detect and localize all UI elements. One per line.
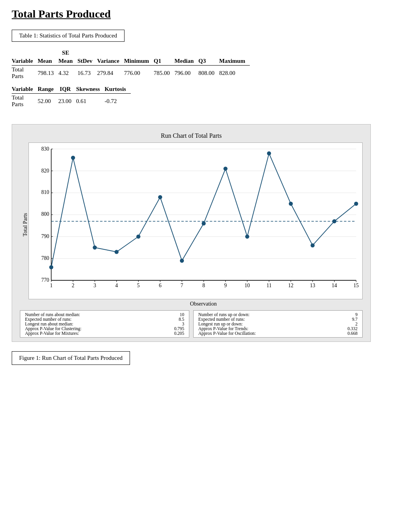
stat-label: Approx P-Value for Oscillation: [197, 331, 330, 336]
stat-row: Longest run up or down: 2 [197, 322, 359, 326]
svg-text:12: 12 [288, 283, 294, 288]
cell-q3: 808.00 [198, 66, 219, 81]
data-point-9 [223, 167, 227, 171]
x-axis-label: Observation [44, 301, 363, 307]
stat-value: 0.332 [330, 326, 359, 331]
stat-row: Longest run about median: 3 [23, 322, 186, 326]
col-header-q12: Q1 [154, 57, 174, 66]
col2-header-variable: Variable [12, 85, 37, 94]
stat-value: 2 [330, 322, 359, 326]
svg-text:790: 790 [41, 233, 49, 239]
statistics-table-2: Variable Range IQR Skewness Kurtosis Tot… [12, 85, 131, 108]
svg-text:8: 8 [202, 283, 205, 288]
stat-value: 0.668 [330, 331, 359, 336]
cell-stdev: 16.73 [77, 66, 97, 81]
svg-text:7: 7 [181, 283, 183, 288]
svg-text:10: 10 [245, 283, 250, 288]
stat-row: Approx P-Value for Mixtures: 0.205 [23, 331, 186, 336]
svg-text:5: 5 [137, 283, 140, 288]
data-point-15 [354, 202, 358, 206]
col2-header-skewness: Skewness [76, 85, 105, 94]
stat-row: Approx P-Value for Clustering: 0.795 [23, 326, 186, 331]
chart-svg: 830 820 810 800 790 780 770 [29, 143, 362, 299]
svg-text:4: 4 [115, 283, 118, 288]
col2-header-iqr: IQR [58, 85, 76, 94]
stat-label: Approx P-Value for Trends: [197, 326, 330, 331]
svg-text:2: 2 [72, 283, 75, 288]
stat-row: Number of runs about median: 10 [23, 312, 186, 317]
col-header-stdev [77, 49, 97, 57]
svg-text:9: 9 [224, 283, 227, 288]
col-header-median2: Median [174, 57, 198, 66]
stat-label: Number of runs up or down: [197, 312, 330, 317]
svg-text:11: 11 [267, 283, 272, 288]
data-point-2 [71, 156, 75, 160]
stat-value: 3 [156, 322, 186, 326]
data-point-5 [136, 235, 140, 239]
col-header-se: SE [59, 49, 78, 57]
stat-row: Approx P-Value for Trends: 0.332 [197, 326, 359, 331]
data-point-8 [202, 221, 206, 226]
stat-row: Approx P-Value for Oscillation: 0.668 [197, 331, 359, 336]
cell-mean: 798.13 [37, 66, 58, 81]
cell-semean: 4.32 [59, 66, 78, 81]
stat-value: 0.795 [156, 326, 186, 331]
col-header-semean2: Mean [59, 57, 78, 66]
cell-median: 796.00 [174, 66, 198, 81]
col-header-q3 [198, 49, 219, 57]
cell-maximum: 828.00 [219, 66, 250, 81]
data-point-10 [245, 235, 249, 239]
stat-row: Expected number of runs: 9.7 [197, 317, 359, 322]
cell2-range: 52.00 [37, 94, 58, 109]
stat-label: Longest run up or down: [197, 322, 330, 326]
svg-text:830: 830 [41, 146, 49, 152]
stat-label: Approx P-Value for Mixtures: [23, 331, 156, 336]
cell-variable: TotalParts [12, 66, 37, 81]
svg-text:14: 14 [332, 283, 337, 288]
svg-text:800: 800 [41, 211, 49, 217]
cell2-variable: TotalParts [12, 94, 37, 109]
col-header-variance [97, 49, 124, 57]
col-header-minimum [124, 49, 154, 57]
y-axis-label: Total Parts [20, 142, 28, 307]
col-header-maximum2: Maximum [219, 57, 250, 66]
col-header-variable [12, 49, 37, 57]
svg-text:780: 780 [41, 255, 49, 261]
svg-text:6: 6 [159, 283, 162, 288]
col-header-variable2: Variable [12, 57, 37, 66]
table-row: TotalParts 798.13 4.32 16.73 279.84 776.… [12, 66, 250, 81]
data-point-1 [49, 265, 53, 269]
col-header-q32: Q3 [198, 57, 219, 66]
stat-label: Longest run about median: [23, 322, 156, 326]
col-header-maximum [219, 49, 250, 57]
stat-value: 9 [330, 312, 359, 317]
cell-q1: 785.00 [154, 66, 174, 81]
cell-variance: 279.84 [97, 66, 124, 81]
cell-minimum: 776.00 [124, 66, 154, 81]
data-point-7 [180, 259, 184, 263]
svg-text:3: 3 [93, 283, 96, 288]
col-header-variance2: Variance [97, 57, 124, 66]
data-point-3 [93, 245, 97, 250]
statistics-table-1: SE Variable Mean Mean StDev Variance Min… [12, 49, 250, 80]
stat-value: 10 [156, 312, 186, 317]
cell2-kurtosis: -0.72 [105, 94, 131, 109]
chart-container: Run Chart of Total Parts Total Parts [12, 124, 371, 342]
col-header-median [174, 49, 198, 57]
chart-title: Run Chart of Total Parts [20, 132, 363, 139]
chart-area: Total Parts [20, 142, 363, 307]
stat-label: Number of runs about median: [23, 312, 156, 317]
stat-value: 0.205 [156, 331, 186, 336]
chart-plot: 830 820 810 800 790 780 770 [28, 142, 363, 299]
stat-label: Approx P-Value for Clustering: [23, 326, 156, 331]
data-point-6 [158, 195, 162, 199]
cell2-iqr: 23.00 [58, 94, 76, 109]
svg-text:15: 15 [354, 283, 359, 288]
stats-left-box: Number of runs about median: 10 Expected… [20, 310, 189, 338]
col-header-q1 [154, 49, 174, 57]
svg-text:770: 770 [41, 277, 49, 283]
stat-value: 9.7 [330, 317, 359, 322]
stat-row: Expected number of runs: 8.5 [23, 317, 186, 322]
data-point-4 [114, 250, 118, 254]
col-header-minimum2: Minimum [124, 57, 154, 66]
